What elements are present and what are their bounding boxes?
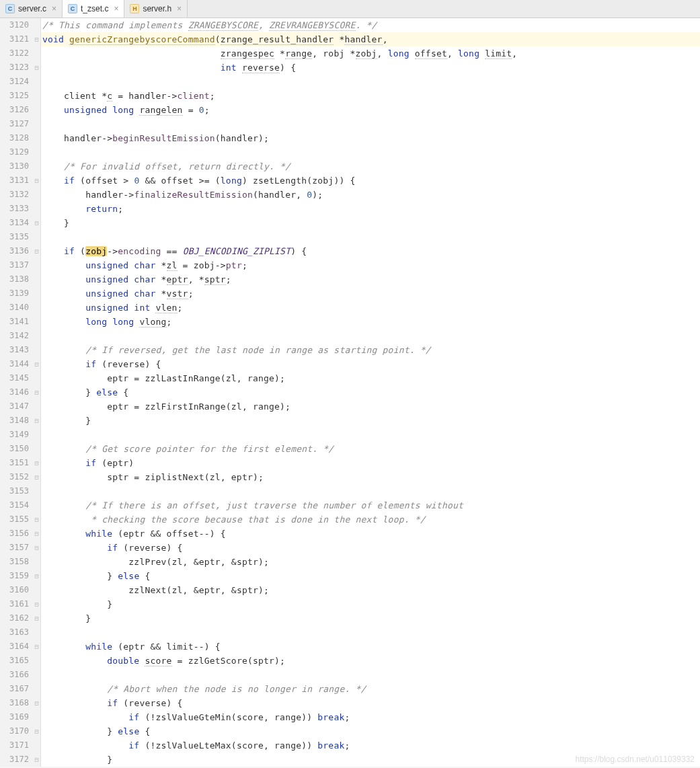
code-line[interactable]: /* This command implements ZRANGEBYSCORE… (41, 18, 700, 32)
fold-marker[interactable]: ⊟ (33, 541, 40, 555)
token: (reverse) { (123, 543, 182, 553)
fold-marker[interactable]: ⊟ (33, 470, 40, 484)
code-line[interactable]: long long vlong; (41, 315, 700, 329)
token: ; (118, 204, 123, 214)
code-line[interactable]: double score = zzlGetScore(sptr); (41, 654, 700, 668)
fold-marker[interactable]: ⊟ (33, 696, 40, 710)
code-line[interactable]: eptr = zzlFirstInRange(zl, range); (41, 399, 700, 414)
code-line[interactable] (41, 484, 700, 498)
code-line[interactable] (41, 428, 700, 442)
code-line[interactable]: eptr = zzlLastInRange(zl, range); (41, 371, 700, 385)
token: if (64, 176, 80, 186)
code-line[interactable]: if (eptr) (41, 456, 700, 470)
tab-server-h[interactable]: Hserver.h× (124, 0, 188, 17)
code-line[interactable] (41, 75, 700, 89)
fold-marker[interactable]: ⊟ (33, 244, 40, 258)
code-line[interactable]: if (reverse) { (41, 696, 700, 710)
token: reverse (242, 63, 280, 73)
code-line[interactable]: handler->finalizeResultEmission(handler,… (41, 188, 700, 202)
code-area[interactable]: /* This command implements ZRANGEBYSCORE… (41, 18, 700, 767)
code-line[interactable]: } (41, 414, 700, 428)
code-line[interactable]: client *c = handler->client; (41, 89, 700, 103)
token: } (85, 416, 91, 426)
code-line[interactable]: unsigned long rangelen = 0; (41, 103, 700, 117)
code-line[interactable] (41, 668, 700, 682)
fold-marker[interactable]: ⊟ (33, 753, 40, 767)
code-line[interactable] (41, 145, 700, 159)
code-line[interactable]: /* If reversed, get the last node in ran… (41, 343, 700, 357)
code-line[interactable]: } (41, 216, 700, 230)
code-line[interactable] (41, 117, 700, 131)
code-line[interactable]: if (zobj->encoding == OBJ_ENCODING_ZIPLI… (41, 244, 700, 258)
fold-marker[interactable]: ⊟ (33, 32, 40, 46)
token: 0 (199, 105, 204, 115)
fold-marker[interactable]: ⊟ (33, 456, 40, 470)
line-number: 3170 (9, 724, 29, 738)
code-line[interactable] (41, 230, 700, 244)
token: ; (167, 317, 172, 327)
code-line[interactable]: } (41, 597, 700, 611)
fold-marker[interactable]: ⊟ (33, 385, 40, 399)
code-line[interactable]: /* Abort when the node is no longer in r… (41, 682, 700, 696)
code-line[interactable]: unsigned int vlen; (41, 301, 700, 315)
code-line[interactable]: } else { (41, 724, 700, 738)
close-icon[interactable]: × (114, 4, 118, 13)
token: = (183, 105, 199, 115)
token: rangelen (139, 105, 182, 116)
line-number: 3132 (9, 188, 29, 202)
fold-marker[interactable]: ⊟ (33, 61, 40, 75)
fold-marker[interactable]: ⊟ (33, 216, 40, 230)
code-line[interactable]: unsigned char *zl = zobj->ptr; (41, 258, 700, 272)
code-line[interactable]: } else { (41, 569, 700, 583)
code-line[interactable]: zzlPrev(zl, &eptr, &sptr); (41, 555, 700, 569)
line-number: 3133 (9, 202, 29, 216)
fold-marker (33, 145, 40, 159)
code-line[interactable]: unsigned char *eptr, *sptr; (41, 272, 700, 286)
tab-server-c[interactable]: Cserver.c× (0, 0, 63, 17)
fold-marker (33, 117, 40, 131)
line-number: 3164 (9, 640, 29, 654)
code-line[interactable]: sptr = ziplistNext(zl, eptr); (41, 470, 700, 484)
code-line[interactable]: if (offset > 0 && offset >= (long) zsetL… (41, 174, 700, 188)
close-icon[interactable]: × (52, 4, 56, 13)
code-line[interactable]: while (eptr && limit--) { (41, 640, 700, 654)
code-line[interactable] (41, 329, 700, 343)
code-line[interactable]: int reverse) { (41, 61, 700, 75)
close-icon[interactable]: × (177, 4, 182, 13)
token: (!zslValueGteMin(score, range)) (145, 712, 317, 722)
line-number: 3127 (9, 117, 29, 131)
fold-marker[interactable]: ⊟ (33, 597, 40, 611)
code-line[interactable]: return; (41, 202, 700, 216)
code-line[interactable]: zzlNext(zl, &eptr, &sptr); (41, 583, 700, 597)
fold-marker[interactable]: ⊟ (33, 527, 40, 541)
code-line[interactable]: if (reverse) { (41, 357, 700, 371)
code-line[interactable]: if (!zslValueLteMax(score, range)) break… (41, 738, 700, 753)
code-line[interactable]: } (41, 611, 700, 625)
fold-marker[interactable]: ⊟ (33, 611, 40, 625)
code-line[interactable]: * checking the score because that is don… (41, 512, 700, 527)
fold-marker[interactable]: ⊟ (33, 174, 40, 188)
tab-t_zset-c[interactable]: Ct_zset.c× (63, 0, 124, 17)
code-line[interactable]: while (eptr && offset--) { (41, 527, 700, 541)
code-line[interactable]: handler->beginResultEmission(handler); (41, 131, 700, 145)
fold-marker[interactable]: ⊟ (33, 569, 40, 583)
code-line[interactable]: /* Get score pointer for the first eleme… (41, 442, 700, 456)
fold-marker[interactable]: ⊟ (33, 640, 40, 654)
code-line[interactable] (41, 625, 700, 640)
fold-marker[interactable]: ⊟ (33, 414, 40, 428)
fold-marker[interactable]: ⊟ (33, 357, 40, 371)
token: ) { (290, 246, 307, 256)
fold-marker[interactable]: ⊟ (33, 512, 40, 527)
fold-marker[interactable]: ⊟ (33, 724, 40, 738)
code-line[interactable]: if (reverse) { (41, 541, 700, 555)
code-line[interactable]: /* If there is an offset, just traverse … (41, 498, 700, 512)
code-line[interactable]: if (!zslValueGteMin(score, range)) break… (41, 710, 700, 724)
code-line[interactable]: } else { (41, 385, 700, 399)
code-line[interactable]: /* For invalid offset, return directly. … (41, 159, 700, 174)
code-line[interactable]: unsigned char *vstr; (41, 286, 700, 301)
code-line[interactable]: zrangespec *range, robj *zobj, long offs… (41, 46, 700, 61)
fold-marker (33, 18, 40, 32)
code-line[interactable]: void genericZrangebyscoreCommand(zrange_… (41, 32, 700, 46)
code-line[interactable]: } (41, 753, 700, 767)
line-number: 3144 (9, 357, 29, 371)
